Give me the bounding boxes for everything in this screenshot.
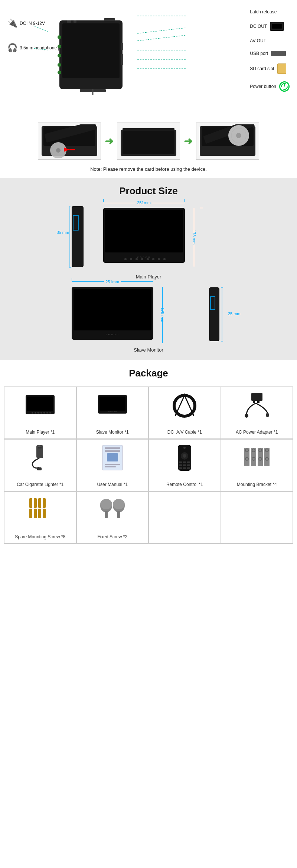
svg-rect-34 — [123, 131, 174, 154]
svg-rect-111 — [179, 467, 182, 469]
main-player-width-label: 251mm — [137, 200, 151, 205]
cd-steps-section: ➜ ➜ — [0, 119, 297, 163]
fixed-screw-img — [98, 497, 127, 523]
ac-adapter-label: AC Power Adapter *1 — [236, 430, 278, 435]
package-item-ac-adapter: AC Power Adapter *1 — [221, 387, 293, 439]
power-icon — [279, 81, 290, 92]
svg-point-71 — [32, 412, 33, 414]
user-manual-label: User Manual *1 — [97, 482, 128, 487]
svg-rect-130 — [38, 498, 41, 508]
note-section: Note: Please remove the card before usin… — [0, 163, 297, 178]
svg-line-20 — [137, 35, 186, 41]
slave-monitor-depth-label: 25 mm — [228, 311, 241, 316]
step-arrow-2: ➜ — [184, 135, 192, 147]
svg-rect-86 — [251, 393, 262, 401]
svg-text:eonon: eonon — [137, 255, 151, 259]
package-item-main-player: eonon Main Player *1 — [4, 387, 76, 439]
svg-point-2 — [58, 35, 61, 39]
main-player-label: Main Player *1 — [26, 430, 55, 435]
svg-rect-1 — [62, 23, 120, 78]
cd-step-3 — [196, 123, 259, 160]
usb-icon — [271, 51, 286, 56]
headphone-icon: 🎧 — [7, 43, 17, 53]
svg-rect-60 — [74, 289, 151, 330]
device-back-view — [48, 13, 137, 102]
power-button-text: Power button — [250, 84, 276, 89]
car-lighter-label: Car Cigarette Lighter *1 — [17, 482, 63, 487]
svg-rect-13 — [104, 18, 115, 21]
package-item-user-manual: User Manual *1 — [76, 439, 149, 491]
latch-release-text: Latch release — [250, 9, 277, 14]
svg-rect-93 — [37, 467, 42, 470]
slave-monitor-height-label: 178 mm — [160, 307, 165, 322]
svg-rect-97 — [105, 450, 120, 452]
slave-monitor-width-label: 251mm — [105, 280, 119, 284]
remote-label: Remote Control *1 — [166, 482, 203, 487]
svg-rect-131 — [38, 509, 41, 518]
svg-point-6 — [58, 71, 61, 74]
svg-rect-90 — [266, 413, 269, 417]
svg-point-75 — [43, 412, 45, 414]
package-grid-row1: eonon Main Player *1 eonon — [4, 386, 293, 439]
dc-av-cable-img — [170, 392, 199, 418]
package-item-slave-monitor: eonon Slave Monitor *1 — [76, 387, 149, 439]
svg-rect-99 — [105, 464, 120, 465]
latch-release-label: Latch release — [250, 9, 290, 14]
package-grid-row2: Car Cigarette Lighter *1 User Manual *1 — [4, 439, 293, 492]
svg-rect-128 — [34, 498, 37, 508]
ac-adapter-img — [242, 392, 272, 418]
package-item-dc-av-cable: DC+A/V Cable *1 — [148, 387, 221, 439]
svg-rect-11 — [121, 43, 123, 50]
svg-rect-43 — [72, 207, 83, 267]
port-labels-right: Latch release DC OUT AV OUT USB port SD … — [250, 9, 290, 92]
svg-point-102 — [183, 447, 186, 449]
svg-point-94 — [38, 445, 40, 447]
remote-img — [170, 445, 199, 471]
sd-card-text: SD card slot — [250, 66, 274, 71]
svg-point-53 — [136, 258, 138, 260]
svg-rect-126 — [29, 498, 32, 508]
svg-rect-10 — [74, 20, 76, 23]
svg-point-138 — [113, 499, 125, 509]
slave-monitor-front-view: 251mm eonon 178 mm — [72, 287, 153, 343]
svg-rect-49 — [105, 210, 183, 252]
note-text: Note: Please remove the card before usin… — [90, 166, 207, 172]
dc-in-text: DC IN 9-12V — [20, 21, 45, 26]
svg-rect-109 — [183, 464, 186, 466]
usb-port-label: USB port — [250, 51, 290, 56]
svg-rect-136 — [105, 511, 108, 518]
svg-point-40 — [236, 133, 241, 138]
ports-diagram: 🔌 DC IN 9-12V 🎧 3.5mm headphone jack — [4, 7, 293, 115]
svg-point-74 — [40, 412, 42, 414]
svg-point-54 — [141, 258, 143, 260]
dc-out-label: DC OUT — [250, 22, 290, 31]
ports-section: 🔌 DC IN 9-12V 🎧 3.5mm headphone jack — [0, 0, 297, 119]
svg-rect-69 — [27, 397, 53, 411]
svg-point-55 — [147, 258, 149, 260]
svg-rect-98 — [107, 453, 118, 461]
slave-monitor-img: eonon — [98, 392, 127, 418]
dc-out-text: DC OUT — [250, 24, 267, 29]
package-section: Package eonon Main Player *1 — [0, 360, 297, 551]
svg-point-81 — [174, 395, 195, 416]
package-grid-row3: Spare Mounting Screw *8 Fixed Screw *2 — [4, 492, 293, 544]
sd-card-label: SD card slot — [250, 63, 290, 74]
package-item-remote: Remote Control *1 — [148, 439, 221, 491]
main-player-img: eonon — [25, 392, 55, 418]
svg-point-57 — [158, 258, 160, 260]
slave-monitor-side-view: 25 mm — [205, 285, 226, 344]
svg-rect-12 — [121, 54, 123, 65]
product-size-section: Product Size 35 mm 251mm — [0, 178, 297, 360]
spare-screw-label: Spare Mounting Screw *8 — [15, 534, 65, 539]
svg-rect-15 — [272, 24, 282, 29]
svg-rect-127 — [29, 509, 32, 518]
package-item-fixed-screw: Fixed Screw *2 — [76, 492, 149, 544]
svg-point-56 — [152, 258, 154, 260]
step-arrow-1: ➜ — [105, 135, 113, 147]
svg-rect-88 — [257, 401, 260, 403]
car-lighter-img — [25, 445, 55, 471]
svg-point-58 — [163, 258, 166, 260]
svg-rect-96 — [105, 447, 120, 449]
svg-rect-79 — [99, 397, 125, 411]
main-player-front-view: 251mm eonon — [103, 208, 185, 267]
